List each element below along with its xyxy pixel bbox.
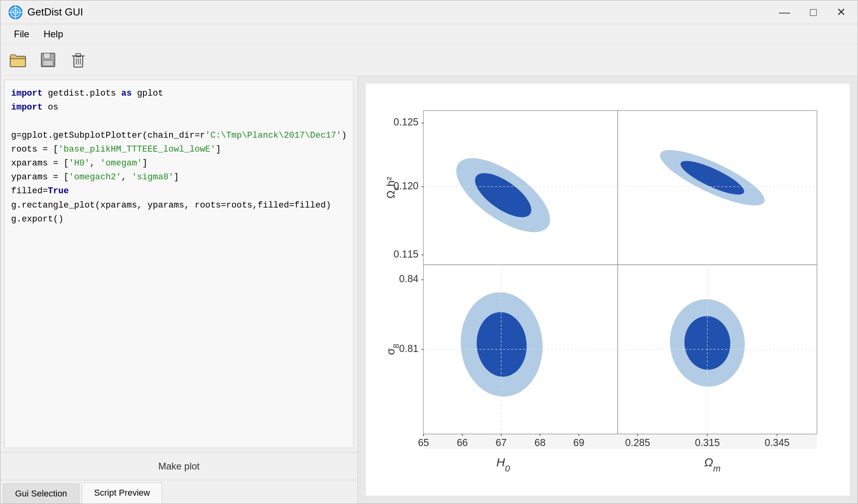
maximize-button[interactable]: □ xyxy=(806,5,821,19)
menubar: File Help xyxy=(0,24,858,44)
tab-script-preview[interactable]: Script Preview xyxy=(82,483,162,504)
code-line-7: yparams = ['omegach2', 'sigma8'] xyxy=(11,170,347,184)
code-line-6: xparams = ['H0', 'omegam'] xyxy=(11,156,347,170)
app-title: GetDist GUI xyxy=(27,6,775,18)
titlebar: GetDist GUI — □ ✕ xyxy=(0,0,858,24)
tab-bar: Gui Selection Script Preview xyxy=(0,480,358,504)
svg-rect-8 xyxy=(44,53,50,59)
right-panel: 0.125 0.120 0.115 Ωch² 0.84 0.81 xyxy=(358,76,858,504)
svg-text:0.115: 0.115 xyxy=(394,248,419,260)
plot-svg: 0.125 0.120 0.115 Ωch² 0.84 0.81 xyxy=(378,96,838,484)
minimize-button[interactable]: — xyxy=(775,5,794,19)
left-panel: import getdist.plots as gplot import os … xyxy=(0,76,358,504)
make-plot-button[interactable]: Make plot xyxy=(142,456,215,477)
svg-text:0.84: 0.84 xyxy=(399,273,419,284)
svg-text:68: 68 xyxy=(535,437,546,448)
code-editor[interactable]: import getdist.plots as gplot import os … xyxy=(4,80,354,448)
code-line-1: import getdist.plots as gplot xyxy=(11,87,347,100)
svg-text:0.315: 0.315 xyxy=(695,437,720,448)
svg-text:0.81: 0.81 xyxy=(399,343,419,354)
menu-help[interactable]: Help xyxy=(37,25,70,43)
svg-text:0.285: 0.285 xyxy=(625,437,650,448)
svg-text:65: 65 xyxy=(418,437,429,448)
plot-container: 0.125 0.120 0.115 Ωch² 0.84 0.81 xyxy=(366,84,850,496)
code-line-3 xyxy=(11,114,347,128)
code-line-9: g.rectangle_plot(xparams, yparams, roots… xyxy=(11,198,347,212)
svg-rect-6 xyxy=(10,59,25,67)
make-plot-bar: Make plot xyxy=(0,452,358,480)
save-button[interactable] xyxy=(37,49,59,71)
code-line-2: import os xyxy=(11,100,347,114)
code-line-4: g=gplot.getSubplotPlotter(chain_dir=r'C:… xyxy=(11,129,347,142)
toolbar xyxy=(0,44,858,76)
delete-button[interactable] xyxy=(67,49,89,71)
window-controls: — □ ✕ xyxy=(775,5,850,19)
main-window: GetDist GUI — □ ✕ File Help xyxy=(0,0,858,504)
svg-text:66: 66 xyxy=(457,437,468,448)
main-content: import getdist.plots as gplot import os … xyxy=(0,76,858,504)
tab-gui-selection[interactable]: Gui Selection xyxy=(3,483,79,504)
svg-text:0.125: 0.125 xyxy=(394,116,419,127)
menu-file[interactable]: File xyxy=(7,25,37,43)
close-button[interactable]: ✕ xyxy=(833,5,850,19)
svg-rect-9 xyxy=(43,60,53,66)
svg-text:69: 69 xyxy=(573,437,584,448)
svg-text:67: 67 xyxy=(496,437,507,448)
code-line-5: roots = ['base_plikHM_TTTEEE_lowl_lowE'] xyxy=(11,142,347,156)
svg-text:0.345: 0.345 xyxy=(765,437,790,448)
code-line-10: g.export() xyxy=(11,212,347,226)
app-icon xyxy=(8,5,23,19)
open-button[interactable] xyxy=(7,49,29,71)
code-line-8: filled=True xyxy=(11,184,347,198)
